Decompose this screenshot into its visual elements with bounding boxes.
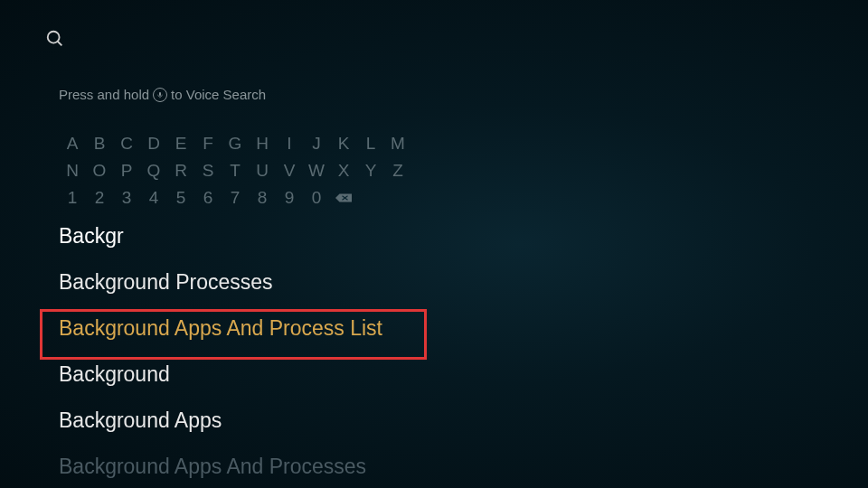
key-v[interactable]: V [276, 158, 303, 183]
key-z[interactable]: Z [384, 158, 411, 183]
key-a[interactable]: A [59, 131, 86, 156]
result-item-highlighted[interactable]: Background Apps And Process List [59, 316, 382, 341]
key-b[interactable]: B [86, 131, 113, 156]
key-j[interactable]: J [303, 131, 330, 156]
key-r[interactable]: R [167, 158, 194, 183]
keyboard-row-2: N O P Q R S T U V W X Y Z [59, 158, 411, 183]
key-g[interactable]: G [222, 131, 249, 156]
mic-icon [153, 88, 167, 102]
key-m[interactable]: M [384, 131, 411, 156]
key-e[interactable]: E [167, 131, 194, 156]
voice-search-hint: Press and hold to Voice Search [59, 87, 266, 102]
key-f[interactable]: F [194, 131, 222, 156]
key-y[interactable]: Y [357, 158, 384, 183]
key-backspace[interactable] [330, 185, 357, 211]
search-icon[interactable] [45, 29, 65, 49]
key-c[interactable]: C [113, 131, 140, 156]
key-1[interactable]: 1 [59, 185, 86, 211]
key-q[interactable]: Q [140, 158, 167, 183]
key-9[interactable]: 9 [276, 185, 303, 211]
key-w[interactable]: W [303, 158, 330, 183]
result-item[interactable]: Background Processes [59, 270, 382, 295]
key-2[interactable]: 2 [86, 185, 113, 211]
key-3[interactable]: 3 [113, 185, 140, 211]
search-results: Backgr Background Processes Background A… [59, 224, 382, 479]
key-n[interactable]: N [59, 158, 86, 183]
key-0[interactable]: 0 [303, 185, 330, 211]
key-h[interactable]: H [249, 131, 276, 156]
svg-point-0 [48, 32, 60, 43]
key-i[interactable]: I [276, 131, 303, 156]
result-item[interactable]: Background Apps [59, 408, 382, 433]
key-x[interactable]: X [330, 158, 357, 183]
onscreen-keyboard: A B C D E F G H I J K L M N O P Q R S T … [59, 131, 411, 212]
keyboard-row-1: A B C D E F G H I J K L M [59, 131, 411, 156]
key-4[interactable]: 4 [140, 185, 167, 211]
result-item[interactable]: Background Apps And Processes [59, 455, 382, 479]
key-o[interactable]: O [86, 158, 113, 183]
key-5[interactable]: 5 [167, 185, 194, 211]
hint-suffix: to Voice Search [171, 87, 266, 102]
key-6[interactable]: 6 [194, 185, 222, 211]
result-item[interactable]: Background [59, 362, 382, 387]
svg-line-1 [58, 42, 62, 46]
key-8[interactable]: 8 [249, 185, 276, 211]
key-d[interactable]: D [140, 131, 167, 156]
svg-rect-2 [159, 92, 161, 96]
hint-prefix: Press and hold [59, 87, 149, 102]
key-7[interactable]: 7 [222, 185, 249, 211]
keyboard-row-3: 1 2 3 4 5 6 7 8 9 0 [59, 185, 411, 211]
key-k[interactable]: K [330, 131, 357, 156]
key-space[interactable] [357, 185, 384, 211]
key-p[interactable]: P [113, 158, 140, 183]
key-l[interactable]: L [357, 131, 384, 156]
key-u[interactable]: U [249, 158, 276, 183]
key-s[interactable]: S [194, 158, 222, 183]
key-t[interactable]: T [222, 158, 249, 183]
search-query: Backgr [59, 224, 382, 249]
